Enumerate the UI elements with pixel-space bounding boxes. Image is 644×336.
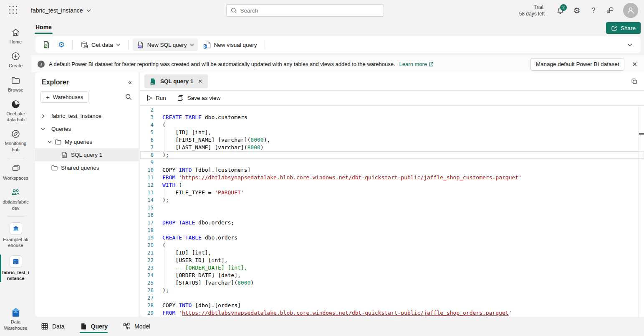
tab-data[interactable]: Data xyxy=(41,317,65,336)
code-line[interactable]: 27 xyxy=(140,294,644,302)
code-line[interactable]: 4( xyxy=(140,121,644,129)
help-button[interactable]: ? xyxy=(586,3,601,18)
home-icon xyxy=(11,28,20,37)
manage-dataset-button[interactable]: Manage default Power BI dataset xyxy=(530,58,625,71)
save-as-view-button[interactable]: Save as view xyxy=(177,94,221,102)
refresh-document-icon xyxy=(42,41,51,49)
nav-item-examplelakehouse[interactable]: ExampleLakehouse xyxy=(0,219,31,252)
sql-file-icon: SQL xyxy=(149,78,157,85)
nav-create[interactable]: Create xyxy=(0,48,31,72)
folder-icon xyxy=(11,76,20,85)
run-icon xyxy=(147,95,152,101)
tab-model[interactable]: Model xyxy=(123,317,150,336)
share-button[interactable]: Share xyxy=(606,22,641,34)
bottom-view-tabs: Data Query Model xyxy=(31,317,644,336)
svg-text:SQL: SQL xyxy=(151,83,154,84)
command-bar-row: ⚙ Get data SQL New SQL query xyxy=(0,35,644,55)
tree-item-warehouse[interactable]: fabric_test_instance xyxy=(35,109,139,122)
copy-icon[interactable] xyxy=(631,78,638,85)
nav-onelake-data-hub[interactable]: OneLake data hub xyxy=(0,96,31,126)
collapse-panel-icon[interactable]: « xyxy=(128,79,132,86)
code-line[interactable]: 11FROM 'https://dbtlabsynapsedatalake.bl… xyxy=(140,174,644,181)
nav-data-warehouse[interactable]: Data Warehouse xyxy=(0,304,31,336)
code-line[interactable]: 20( xyxy=(140,242,644,249)
code-line[interactable]: 19CREATE TABLE dbo.orders xyxy=(140,234,644,242)
code-line[interactable]: 3CREATE TABLE dbo.customers xyxy=(140,114,644,121)
nav-browse[interactable]: Browse xyxy=(0,72,31,96)
workspace-switcher[interactable]: fabric_test_instance xyxy=(31,7,91,14)
add-warehouses-button[interactable]: + Warehouses xyxy=(40,91,88,103)
notifications-button[interactable]: 2 xyxy=(553,3,567,18)
code-line[interactable]: 6 [FIRST_NAME] [varchar](8000), xyxy=(140,136,644,144)
feedback-button[interactable] xyxy=(603,3,617,18)
global-search[interactable] xyxy=(226,4,384,17)
chevron-down-icon[interactable] xyxy=(48,140,52,143)
search-input[interactable] xyxy=(240,8,379,14)
workspaces-icon xyxy=(11,164,20,173)
code-line[interactable]: 26); xyxy=(140,287,644,294)
chevron-down-icon xyxy=(627,43,632,46)
sql-document-icon: SQL xyxy=(136,41,144,49)
code-line[interactable]: 8); xyxy=(140,151,644,159)
save-as-view-icon xyxy=(177,94,184,102)
code-line[interactable]: 12WITH ( xyxy=(140,181,644,189)
query-tab[interactable]: SQL SQL query 1 ✕ xyxy=(144,74,208,88)
nav-workspaces[interactable]: Workspaces xyxy=(0,160,31,184)
code-line[interactable]: 5 [ID] [int], xyxy=(140,129,644,136)
tab-home[interactable]: Home xyxy=(35,22,53,34)
learn-more-link[interactable]: Learn more xyxy=(399,61,434,67)
refresh-button[interactable] xyxy=(40,38,53,51)
query-settings-button[interactable]: ⚙ xyxy=(55,38,68,51)
app-launcher-icon[interactable] xyxy=(8,5,19,16)
nav-workspace-dbtlabsfabricdev[interactable]: dbtlabsfabricdev xyxy=(0,184,31,214)
code-line[interactable]: 21 [ID] [int], xyxy=(140,249,644,257)
code-line[interactable]: 29FROM 'https://dbtlabsynapsedatalake.bl… xyxy=(140,309,644,317)
explorer-search-icon[interactable] xyxy=(124,92,134,102)
command-bar-expand-button[interactable] xyxy=(623,38,636,51)
command-bar: ⚙ Get data SQL New SQL query xyxy=(35,36,641,53)
tab-query[interactable]: Query xyxy=(80,317,108,336)
code-line[interactable]: 16 xyxy=(140,211,644,219)
tree-item-shared-queries[interactable]: Shared queries xyxy=(35,161,139,174)
code-line[interactable]: 22 [USER_ID] [int], xyxy=(140,257,644,264)
code-line[interactable]: 15 xyxy=(140,204,644,211)
line-number: 28 xyxy=(140,302,154,309)
new-visual-query-button[interactable]: New visual query xyxy=(200,38,261,51)
tree-item-sql-query-1[interactable]: SQL SQL query 1 xyxy=(35,148,139,161)
banner-close-icon[interactable]: ✕ xyxy=(630,59,639,70)
code-line[interactable]: 18 xyxy=(140,227,644,234)
code-line[interactable]: 23 -- [ORDER_DATE] [int], xyxy=(140,264,644,272)
code-line[interactable]: 17DROP TABLE dbo.orders; xyxy=(140,219,644,227)
code-line[interactable]: 25 [STATUS] [varchar](8000) xyxy=(140,279,644,287)
code-line[interactable]: 2 xyxy=(140,106,644,114)
chevron-down-icon[interactable] xyxy=(41,127,45,130)
code-line[interactable]: 7 [LAST_NAME] [varchar](8000) xyxy=(140,144,644,151)
nav-monitoring-hub[interactable]: Monitoring hub xyxy=(0,126,31,156)
chevron-right-icon[interactable] xyxy=(41,114,45,118)
line-number: 29 xyxy=(140,309,154,317)
code-line[interactable]: 9 xyxy=(140,159,644,166)
code-line[interactable]: 28COPY INTO [dbo].[orders] xyxy=(140,302,644,309)
editor-overview-ruler[interactable] xyxy=(638,106,644,317)
code-line[interactable]: 14); xyxy=(140,196,644,204)
share-icon xyxy=(611,25,618,31)
cursor-position-marker xyxy=(639,133,644,135)
lakehouse-icon xyxy=(10,222,22,235)
sql-code-editor[interactable]: 23CREATE TABLE dbo.customers4(5 [ID] [in… xyxy=(140,106,644,317)
feedback-icon xyxy=(606,6,614,15)
code-line[interactable]: 24 [ORDER_DATE] [date], xyxy=(140,272,644,279)
run-button[interactable]: Run xyxy=(147,95,166,101)
close-tab-icon[interactable]: ✕ xyxy=(197,78,203,84)
tree-item-queries[interactable]: Queries xyxy=(35,122,139,135)
nav-item-fabric-test-instance[interactable]: fabric_test_instance xyxy=(0,252,31,285)
nav-home[interactable]: Home xyxy=(0,24,31,48)
divider xyxy=(8,158,24,158)
new-sql-query-button[interactable]: SQL New SQL query xyxy=(133,38,198,51)
code-line[interactable]: 10COPY INTO [dbo].[customers] xyxy=(140,166,644,174)
code-line[interactable]: 13 FILE_TYPE = 'PARQUET' xyxy=(140,189,644,196)
tree-item-my-queries[interactable]: My queries xyxy=(35,135,139,148)
get-data-button[interactable]: Get data xyxy=(77,38,124,51)
divider xyxy=(8,216,24,217)
user-avatar[interactable] xyxy=(623,3,638,18)
settings-button[interactable]: ⚙ xyxy=(570,3,584,18)
